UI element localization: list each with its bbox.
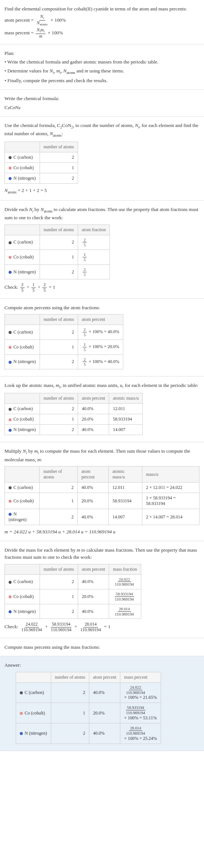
cobalt-dot-icon	[9, 418, 12, 421]
atom-count-table: number of atoms C (carbon)2 Co (cobalt)1…	[4, 142, 78, 184]
formula-section: Write the chemical formula: C₂CoN₂	[0, 90, 204, 117]
molecular-mass-total: m = 24.022 u + 58.933194 u + 28.014 u = …	[4, 528, 200, 536]
massfrac-intro: Divide the mass for each element by m to…	[4, 546, 200, 561]
cobalt-dot-icon	[9, 167, 12, 170]
table-row: C (carbon)225	[5, 235, 110, 250]
nitrogen-dot-icon	[9, 513, 12, 516]
cobalt-dot-icon	[9, 256, 12, 259]
mass-percent-formula: mass percent = Nimim × 100%	[4, 28, 200, 39]
carbon-dot-icon	[9, 486, 12, 489]
table-row: Co (cobalt)115	[5, 250, 110, 265]
table-row: N (nitrogen)240.0%14.007	[5, 425, 143, 435]
table-row: N (nitrogen)225	[5, 264, 110, 279]
carbon-dot-icon	[9, 156, 12, 159]
cobalt-dot-icon	[9, 346, 12, 349]
mass-percent-intro-section: Compute mass percents using the mass fra…	[0, 638, 204, 657]
natoms-total: Natoms = 2 + 1 + 2 = 5	[4, 187, 200, 195]
plan-bullet-1: • Write the chemical formula and gather …	[4, 58, 200, 66]
atomic-mass-section: Look up the atomic mass, mi, in unified …	[0, 376, 204, 442]
mass-percent-table: number of atomsatom percentmass percent …	[16, 672, 161, 744]
col-number-atoms: number of atoms	[40, 142, 78, 152]
mass-intro: Multiply Ni by mi to compute the mass fo…	[4, 447, 200, 463]
chemical-formula: C₂CoN₂	[4, 104, 200, 111]
table-row: Co (cobalt)120.0%58.933194110.969194	[5, 589, 141, 604]
nitrogen-dot-icon	[20, 732, 23, 735]
intro-section: Find the elemental composition for cobal…	[0, 0, 204, 44]
col-empty	[5, 142, 40, 152]
table-row: C (carbon)240.0%24.022110.969194	[5, 574, 141, 589]
atom-fraction-table: number of atomsatom fraction C (carbon)2…	[4, 224, 110, 280]
table-row: N (nitrogen)240.0%28.014110.969194	[5, 604, 141, 619]
mass-fraction-section: Divide the mass for each element by m to…	[0, 541, 204, 638]
nitrogen-dot-icon	[9, 610, 12, 613]
mass-section: Multiply Ni by mi to compute the mass fo…	[0, 442, 204, 541]
carbon-dot-icon	[20, 691, 23, 694]
atom-percent-table: number of atomsatom percent C (carbon)22…	[4, 314, 123, 369]
cobalt-dot-icon	[9, 500, 12, 503]
col-mass: mass/u	[142, 466, 199, 483]
table-row: C (carbon)240.0%24.022110.969194× 100% =…	[16, 682, 161, 703]
atomic-mass-table: number of atomsatom percentatomic mass/u…	[4, 393, 143, 435]
atomfrac-check: Check: 25 + 15 + 25 = 1	[4, 282, 200, 293]
table-row: Co (cobalt)120.0%58.9331941 × 58.933194 …	[5, 493, 200, 509]
plan-section: Plan: • Write the chemical formula and g…	[0, 44, 204, 90]
atom-percent-formula: atom percent = NiNatoms × 100%	[4, 14, 200, 27]
count-intro: Use the chemical formula, C2CoN2, to cou…	[4, 122, 200, 138]
table-row: Co (cobalt)115 × 100% = 20.0%	[5, 340, 123, 354]
table-row: N (nitrogen)2	[5, 173, 78, 183]
table-row: C (carbon)240.0%12.0112 × 12.011 = 24.02…	[5, 483, 200, 493]
table-row: Co (cobalt)120.0%58.933194	[5, 414, 143, 425]
col-atomic-mass: atomic mass/u	[109, 393, 143, 404]
cobalt-dot-icon	[9, 595, 12, 598]
table-row: C (carbon)2	[5, 152, 78, 162]
nitrogen-dot-icon	[9, 429, 12, 432]
nitrogen-dot-icon	[9, 177, 12, 180]
col-mass-percent: mass percent	[120, 672, 161, 682]
atomfrac-intro: Divide each Ni by Natoms to calculate at…	[4, 206, 200, 221]
masspct-intro: Compute mass percents using the mass fra…	[4, 644, 200, 651]
plan-heading: Plan:	[4, 50, 200, 57]
table-row: N (nitrogen)240.0%14.0072 × 14.007 = 28.…	[5, 509, 200, 525]
nitrogen-dot-icon	[9, 271, 12, 274]
table-row: C (carbon)240.0%12.011	[5, 404, 143, 414]
col-atom-fraction: atom fraction	[78, 224, 109, 235]
carbon-dot-icon	[9, 241, 12, 244]
formula-heading: Write the chemical formula:	[4, 95, 200, 102]
col-atom-percent: atom percent	[78, 314, 123, 325]
table-row: N (nitrogen)240.0%28.014110.969194× 100%…	[16, 723, 161, 744]
intro-text: Find the elemental composition for cobal…	[4, 5, 200, 13]
atomicmass-intro: Look up the atomic mass, mi, in unified …	[4, 382, 200, 390]
carbon-dot-icon	[9, 331, 12, 334]
table-row: Co (cobalt)120.0%58.933194110.969194× 10…	[16, 703, 161, 723]
atom-percent-section: Compute atom percents using the atom fra…	[0, 299, 204, 376]
answer-section: Answer: number of atomsatom percentmass …	[0, 656, 204, 751]
plan-bullet-2: • Determine values for Ni, mi, Natoms an…	[4, 67, 200, 75]
atom-fraction-section: Divide each Ni by Natoms to calculate at…	[0, 201, 204, 299]
massfrac-check: Check: 24.022110.969194 + 58.933194110.9…	[4, 622, 200, 632]
table-row: N (nitrogen)225 × 100% = 40.0%	[5, 354, 123, 369]
answer-label: Answer:	[4, 661, 200, 669]
mass-fraction-table: number of atomsatom percentmass fraction…	[4, 564, 141, 619]
table-row: C (carbon)225 × 100% = 40.0%	[5, 325, 123, 340]
table-row: Co (cobalt)1	[5, 162, 78, 173]
atompct-intro: Compute atom percents using the atom fra…	[4, 304, 200, 311]
carbon-dot-icon	[9, 408, 12, 411]
cobalt-dot-icon	[20, 712, 23, 715]
nitrogen-dot-icon	[9, 361, 12, 364]
carbon-dot-icon	[9, 581, 12, 584]
mass-table: number of atomsatom percentatomic mass/u…	[4, 466, 200, 525]
count-section: Use the chemical formula, C2CoN2, to cou…	[0, 117, 204, 201]
plan-bullet-3: • Finally, compute the percents and chec…	[4, 77, 200, 84]
col-mass-fraction: mass fraction	[109, 564, 141, 574]
